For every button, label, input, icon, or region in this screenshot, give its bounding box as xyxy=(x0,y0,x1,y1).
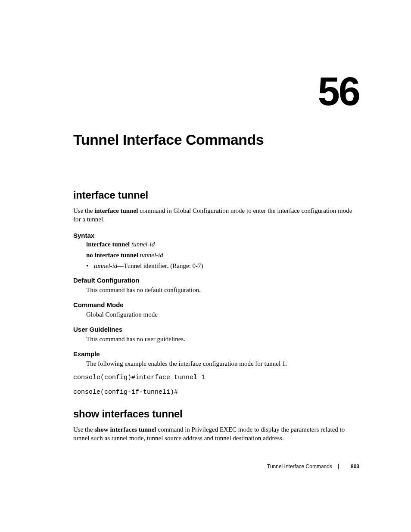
footer-page-number: 803 xyxy=(351,464,359,470)
syntax-heading: Syntax xyxy=(73,232,359,239)
footer-section-label: Tunnel Interface Commands xyxy=(267,464,332,470)
syntax-bullet: • tunnel-id—Tunnel identifier. (Range: 0… xyxy=(86,262,359,270)
syntax-line-1: interface tunnel tunnel-id xyxy=(86,241,359,248)
default-config-heading: Default Configuration xyxy=(73,277,359,284)
example-code-1: console(config)#interface tunnel 1 xyxy=(73,373,359,383)
section1-intro: Use the interface tunnel command in Glob… xyxy=(73,206,359,224)
bullet-icon: • xyxy=(86,262,94,270)
syntax-line-2: no interface tunnel tunnel-id xyxy=(86,252,359,259)
page-content: 56 Tunnel Interface Commands interface t… xyxy=(0,0,411,442)
user-guidelines-heading: User Guidelines xyxy=(73,326,359,333)
section-show-interfaces-tunnel-title: show interfaces tunnel xyxy=(73,408,359,420)
default-config-body: This command has no default configuratio… xyxy=(73,286,359,294)
example-body: The following example enables the interf… xyxy=(73,359,359,368)
section2-intro: Use the show interfaces tunnel command i… xyxy=(73,425,359,443)
example-heading: Example xyxy=(73,350,359,358)
chapter-title: Tunnel Interface Commands xyxy=(73,131,359,148)
user-guidelines-body: This command has no user guidelines. xyxy=(73,335,359,343)
command-mode-body: Global Configuration mode xyxy=(73,310,359,319)
command-mode-heading: Command Mode xyxy=(73,301,359,308)
example-code-2: console(config-if-tunnel1)# xyxy=(73,387,359,398)
section-interface-tunnel-title: interface tunnel xyxy=(73,189,359,201)
page-footer: Tunnel Interface Commands 803 xyxy=(267,464,359,470)
syntax-block: interface tunnel tunnel-id no interface … xyxy=(73,241,359,270)
chapter-number: 56 xyxy=(73,69,359,114)
footer-separator xyxy=(338,464,339,469)
